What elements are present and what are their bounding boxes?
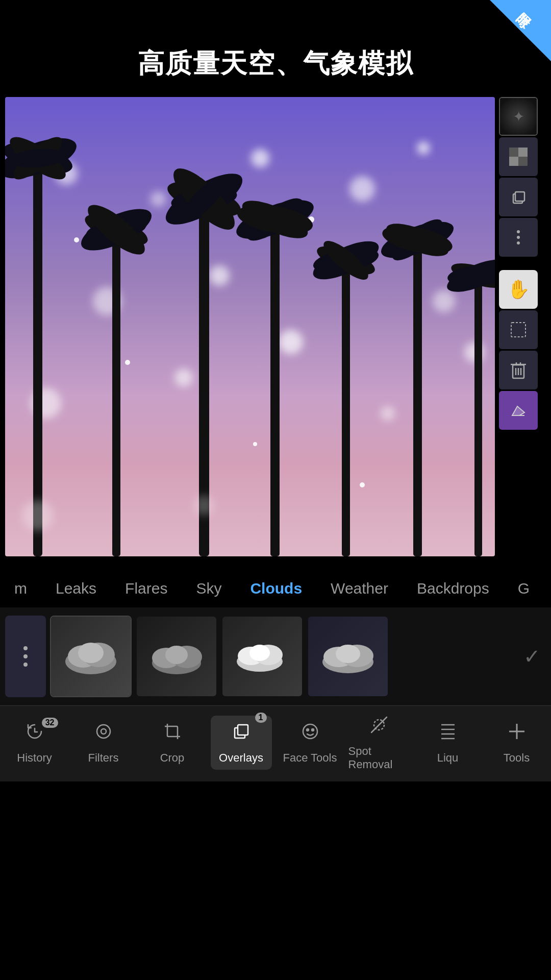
canvas-area[interactable] bbox=[5, 97, 495, 556]
nav-history[interactable]: 32 History bbox=[4, 721, 65, 765]
svg-point-19 bbox=[253, 442, 257, 446]
svg-rect-38 bbox=[270, 219, 280, 556]
nav-spotremoval[interactable]: Spot Removal bbox=[348, 714, 410, 771]
svg-point-93 bbox=[101, 729, 106, 734]
svg-rect-59 bbox=[509, 148, 518, 157]
overlay-controls-panel: ✦ bbox=[499, 97, 538, 430]
svg-point-6 bbox=[209, 265, 230, 286]
filters-label: Filters bbox=[88, 751, 119, 765]
overlay-menu-button[interactable] bbox=[5, 616, 46, 697]
tools-icon bbox=[506, 721, 528, 747]
bottom-nav: 32 History Filters bbox=[0, 705, 551, 781]
svg-point-103 bbox=[312, 729, 314, 731]
svg-point-11 bbox=[279, 330, 303, 354]
svg-point-3 bbox=[349, 176, 375, 202]
nav-tools[interactable]: Tools bbox=[486, 721, 547, 765]
svg-rect-53 bbox=[474, 276, 482, 556]
svg-point-77 bbox=[78, 643, 104, 663]
nav-filters[interactable]: Filters bbox=[73, 721, 134, 765]
history-badge: 32 bbox=[42, 718, 58, 728]
svg-rect-27 bbox=[112, 230, 120, 556]
cat-tab-g[interactable]: G bbox=[504, 576, 544, 601]
overlay-thumbnail[interactable]: ✦ bbox=[499, 97, 538, 136]
svg-point-85 bbox=[249, 645, 270, 661]
facetools-label: Face Tools bbox=[283, 751, 337, 765]
nav-facetools[interactable]: Face Tools bbox=[280, 721, 341, 765]
overlay-thumb-4[interactable] bbox=[307, 616, 389, 697]
svg-point-92 bbox=[97, 725, 110, 738]
svg-point-58 bbox=[194, 495, 214, 516]
duplicate-button[interactable] bbox=[499, 178, 538, 216]
cat-tab-m[interactable]: m bbox=[0, 576, 41, 601]
eraser-button[interactable] bbox=[499, 391, 538, 430]
overlay-thumb-2[interactable] bbox=[136, 616, 217, 697]
svg-rect-64 bbox=[515, 192, 524, 201]
svg-rect-94 bbox=[167, 726, 178, 737]
svg-rect-100 bbox=[238, 725, 248, 735]
crop-label: Crop bbox=[160, 751, 185, 765]
svg-rect-43 bbox=[342, 260, 350, 556]
svg-point-101 bbox=[303, 724, 317, 739]
svg-point-1 bbox=[151, 191, 166, 207]
tools-label: Tools bbox=[504, 751, 530, 765]
svg-rect-62 bbox=[509, 157, 518, 166]
svg-point-14 bbox=[74, 237, 79, 242]
transparency-button[interactable] bbox=[499, 137, 538, 176]
svg-point-4 bbox=[417, 142, 430, 154]
spotremoval-icon bbox=[368, 714, 390, 741]
svg-rect-21 bbox=[33, 158, 42, 556]
crop-icon bbox=[162, 721, 183, 747]
confirm-button[interactable]: ✓ bbox=[523, 645, 541, 668]
cat-tab-sky[interactable]: Sky bbox=[182, 576, 236, 601]
overlay-thumb-3[interactable] bbox=[221, 616, 303, 697]
page-title: 高质量天空、气象模拟 bbox=[0, 0, 551, 97]
select-tool-button[interactable] bbox=[499, 310, 538, 349]
svg-point-20 bbox=[360, 482, 365, 487]
svg-point-89 bbox=[336, 645, 360, 663]
more-options-button[interactable] bbox=[499, 218, 538, 257]
svg-point-81 bbox=[165, 646, 188, 664]
facetools-icon bbox=[299, 721, 321, 747]
cat-tab-leaks[interactable]: Leaks bbox=[41, 576, 111, 601]
overlays-icon bbox=[231, 721, 252, 747]
cat-tab-clouds[interactable]: Clouds bbox=[236, 576, 316, 601]
move-tool-button[interactable]: ✋ bbox=[499, 270, 538, 309]
svg-point-8 bbox=[433, 290, 455, 312]
nav-overlays[interactable]: 1 Overlays bbox=[211, 716, 272, 770]
liqu-label: Liqu bbox=[437, 751, 459, 765]
spotremoval-label: Spot Removal bbox=[348, 745, 410, 771]
category-tabs: m Leaks Flares Sky Clouds Weather Backdr… bbox=[0, 567, 551, 607]
liqu-icon bbox=[437, 721, 459, 747]
svg-point-18 bbox=[125, 360, 130, 365]
svg-point-102 bbox=[307, 729, 309, 731]
cat-tab-flares[interactable]: Flares bbox=[111, 576, 182, 601]
svg-rect-48 bbox=[413, 240, 422, 556]
nav-crop[interactable]: Crop bbox=[142, 721, 203, 765]
svg-rect-65 bbox=[511, 323, 525, 337]
cat-tab-weather[interactable]: Weather bbox=[316, 576, 403, 601]
svg-point-10 bbox=[174, 369, 193, 387]
svg-rect-61 bbox=[518, 148, 528, 157]
nav-liqu[interactable]: Liqu bbox=[417, 721, 479, 765]
svg-point-2 bbox=[251, 149, 269, 167]
filters-icon bbox=[93, 721, 114, 747]
cat-tab-backdrops[interactable]: Backdrops bbox=[403, 576, 504, 601]
svg-point-57 bbox=[22, 500, 53, 531]
svg-rect-60 bbox=[518, 157, 528, 166]
overlay-thumbnails: ✓ bbox=[0, 607, 551, 705]
delete-button[interactable] bbox=[499, 351, 538, 389]
history-label: History bbox=[17, 751, 52, 765]
overlays-label: Overlays bbox=[219, 751, 263, 765]
overlays-badge: 1 bbox=[255, 713, 267, 723]
svg-point-12 bbox=[381, 406, 395, 421]
overlay-thumb-1[interactable] bbox=[50, 616, 132, 697]
